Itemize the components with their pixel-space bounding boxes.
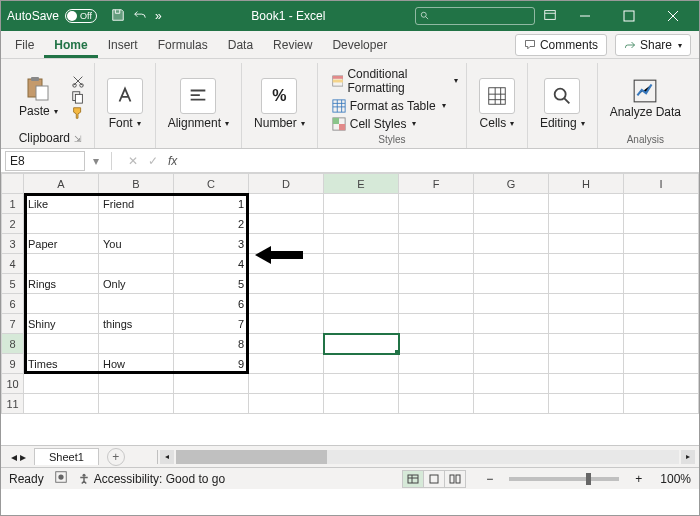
- tab-developer[interactable]: Developer: [322, 32, 397, 58]
- cell[interactable]: [249, 334, 324, 354]
- cell[interactable]: [549, 214, 624, 234]
- cell[interactable]: [249, 214, 324, 234]
- cell[interactable]: [624, 314, 699, 334]
- cell[interactable]: [399, 334, 474, 354]
- cell[interactable]: [24, 334, 99, 354]
- name-box[interactable]: E8: [5, 151, 85, 171]
- cell[interactable]: [549, 274, 624, 294]
- zoom-level[interactable]: 100%: [660, 472, 691, 486]
- cell[interactable]: How: [99, 354, 174, 374]
- tab-home[interactable]: Home: [44, 32, 97, 58]
- editing-button[interactable]: Editing▾: [536, 76, 589, 132]
- col-header-A[interactable]: A: [24, 174, 99, 194]
- cell[interactable]: [474, 234, 549, 254]
- font-button[interactable]: Font▾: [103, 76, 147, 132]
- cell[interactable]: [549, 374, 624, 394]
- cell[interactable]: 5: [174, 274, 249, 294]
- add-sheet-button[interactable]: +: [107, 448, 125, 466]
- cell[interactable]: 7: [174, 314, 249, 334]
- cell[interactable]: [249, 394, 324, 414]
- autosave-toggle[interactable]: AutoSave Off: [7, 9, 97, 23]
- cell[interactable]: [624, 234, 699, 254]
- col-header-C[interactable]: C: [174, 174, 249, 194]
- cell[interactable]: Paper: [24, 234, 99, 254]
- maximize-button[interactable]: [609, 1, 649, 31]
- cell[interactable]: [24, 394, 99, 414]
- cell[interactable]: [474, 314, 549, 334]
- col-header-D[interactable]: D: [249, 174, 324, 194]
- cell[interactable]: [324, 354, 399, 374]
- zoom-out-button[interactable]: −: [486, 472, 493, 486]
- more-icon[interactable]: »: [155, 9, 162, 23]
- conditional-formatting-button[interactable]: Conditional Formatting▾: [332, 66, 458, 96]
- cell[interactable]: Like: [24, 194, 99, 214]
- alignment-button[interactable]: Alignment▾: [164, 76, 233, 132]
- cell[interactable]: [399, 234, 474, 254]
- comments-button[interactable]: Comments: [515, 34, 607, 56]
- cell[interactable]: Only: [99, 274, 174, 294]
- cell[interactable]: [249, 194, 324, 214]
- enter-icon[interactable]: ✓: [148, 154, 158, 168]
- number-button[interactable]: % Number▾: [250, 76, 309, 132]
- macro-record-icon[interactable]: [54, 470, 68, 487]
- cell[interactable]: 9: [174, 354, 249, 374]
- tab-formulas[interactable]: Formulas: [148, 32, 218, 58]
- cell[interactable]: [324, 274, 399, 294]
- cell[interactable]: Shiny: [24, 314, 99, 334]
- cell-selected[interactable]: [324, 334, 399, 354]
- cell[interactable]: 4: [174, 254, 249, 274]
- horizontal-scrollbar[interactable]: [176, 450, 679, 464]
- cell[interactable]: [249, 354, 324, 374]
- cell[interactable]: [624, 294, 699, 314]
- cell[interactable]: [99, 294, 174, 314]
- cell[interactable]: [474, 214, 549, 234]
- page-break-view-button[interactable]: [444, 470, 466, 488]
- accessibility-status[interactable]: Accessibility: Good to go: [78, 472, 225, 486]
- tab-insert[interactable]: Insert: [98, 32, 148, 58]
- cancel-icon[interactable]: ✕: [128, 154, 138, 168]
- tab-data[interactable]: Data: [218, 32, 263, 58]
- cell[interactable]: [324, 254, 399, 274]
- col-header-F[interactable]: F: [399, 174, 474, 194]
- cell[interactable]: [99, 334, 174, 354]
- cell[interactable]: You: [99, 234, 174, 254]
- sheet-nav-prev-icon[interactable]: ◂: [11, 450, 17, 464]
- cell[interactable]: [24, 374, 99, 394]
- fx-icon[interactable]: fx: [168, 154, 177, 168]
- zoom-in-button[interactable]: +: [635, 472, 642, 486]
- cell[interactable]: [624, 214, 699, 234]
- cell[interactable]: [549, 194, 624, 214]
- format-painter-icon[interactable]: [70, 106, 86, 120]
- grid[interactable]: A B C D E F G H I 1LikeFriend1 22 3Paper…: [1, 173, 699, 414]
- paste-button[interactable]: Paste▾: [15, 74, 62, 120]
- col-header-I[interactable]: I: [624, 174, 699, 194]
- cell[interactable]: [399, 194, 474, 214]
- minimize-button[interactable]: [565, 1, 605, 31]
- cell[interactable]: [324, 294, 399, 314]
- cell[interactable]: [549, 334, 624, 354]
- cell[interactable]: [324, 394, 399, 414]
- cell[interactable]: [24, 214, 99, 234]
- cells-button[interactable]: Cells▾: [475, 76, 519, 132]
- cell[interactable]: [249, 274, 324, 294]
- close-button[interactable]: [653, 1, 693, 31]
- search-box[interactable]: [415, 7, 535, 25]
- cell[interactable]: [474, 354, 549, 374]
- cell[interactable]: [624, 374, 699, 394]
- name-box-dropdown[interactable]: ▾: [89, 154, 103, 168]
- tab-review[interactable]: Review: [263, 32, 322, 58]
- cell[interactable]: [549, 354, 624, 374]
- cell[interactable]: [474, 194, 549, 214]
- cell[interactable]: [99, 214, 174, 234]
- cell[interactable]: [474, 394, 549, 414]
- cell[interactable]: Friend: [99, 194, 174, 214]
- cell[interactable]: [474, 374, 549, 394]
- cell[interactable]: [174, 374, 249, 394]
- cell[interactable]: [549, 254, 624, 274]
- col-header-E[interactable]: E: [324, 174, 399, 194]
- format-as-table-button[interactable]: Format as Table▾: [332, 98, 458, 114]
- zoom-slider[interactable]: [509, 477, 619, 481]
- cell[interactable]: 6: [174, 294, 249, 314]
- cell[interactable]: [624, 354, 699, 374]
- cell[interactable]: 8: [174, 334, 249, 354]
